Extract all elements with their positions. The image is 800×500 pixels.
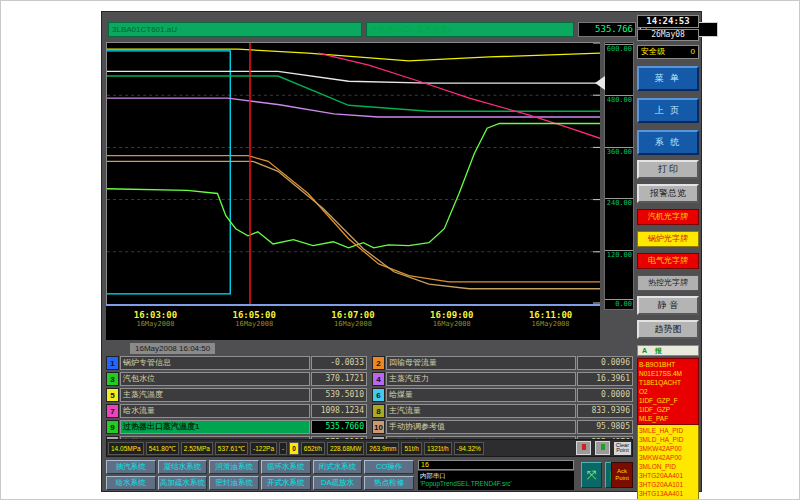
pen-value: 95.9805 [577, 420, 633, 434]
menu-button[interactable]: 抽汽系统 [106, 460, 156, 474]
command-output: 内部串口 'PopupTrendSEL.TREND4F.src' [418, 471, 574, 490]
annunciator-button[interactable]: 锅炉光字牌 [637, 231, 699, 247]
alarm-tag[interactable]: N01E17SS.4M [639, 369, 697, 378]
tick-time: 16:05:00 [205, 310, 304, 320]
annunciator-button[interactable]: 电气光字牌 [637, 253, 699, 269]
sidebar-button[interactable]: 菜 单 [637, 66, 699, 91]
y-tick-label: 600.00 [605, 44, 633, 54]
alarm-tag[interactable]: 3MKW42AP00 [639, 453, 697, 462]
alarm-tag[interactable]: 1IDF_GZP [639, 405, 697, 414]
pen-label: 主蒸汽温度 [120, 388, 310, 402]
tick-date: 16May2008 [402, 320, 501, 328]
pen-table-left-column: 1锅炉专管信息-0.00333汽包水位370.17215主蒸汽温度539.501… [106, 356, 367, 450]
menu-button[interactable]: 热点检修 [364, 476, 414, 490]
annunciator-button[interactable]: 热控光字牌 [637, 275, 699, 291]
point-tag-field[interactable]: 3LBA01CT601.aU [108, 22, 362, 37]
pen-value: -0.0033 [311, 356, 367, 370]
trend-series-white-pen [107, 71, 600, 83]
pen-row[interactable]: 9过热器出口蒸汽温度1535.7660 [106, 420, 367, 434]
alarm-tag[interactable]: 3MLE_HA_PID [639, 426, 697, 435]
status-value: 0 [289, 442, 299, 455]
menu-button[interactable]: 循环水系统 [261, 460, 311, 474]
command-input[interactable]: 16 [418, 460, 574, 470]
safety-level-indicator: 安全级 0 [637, 45, 699, 59]
status-value: -94.32% [454, 442, 484, 455]
sidebar-button[interactable]: 上 页 [637, 98, 699, 123]
alarm-tag[interactable]: B-B9O1BHT [639, 360, 697, 369]
y-tick-label: 480.00 [605, 95, 633, 105]
status-indicator-1[interactable] [576, 441, 591, 455]
sidebar-button[interactable]: 报警总览 [637, 184, 699, 203]
alarm-tag[interactable]: 1IDF_GZP_F [639, 396, 697, 405]
pen-row[interactable]: 6给煤量0.0000 [372, 388, 633, 402]
trend-series-cyan-pen [107, 51, 230, 294]
sidebar-nav: 菜 单上 页系 统打 印报警总览 [637, 59, 699, 203]
alarm-tag[interactable]: 3HTG20AA401 [639, 471, 697, 480]
menu-button[interactable]: 开式水系统 [261, 476, 311, 490]
annunciator-button[interactable]: 汽机光字牌 [637, 209, 699, 225]
sidebar-tool-button[interactable]: 静 音 [637, 296, 699, 315]
alarm-tag[interactable]: T18E1QACHT [639, 378, 697, 387]
sidebar-button[interactable]: 打 印 [637, 160, 699, 179]
time-tick: 16:11:0016May2008 [501, 306, 600, 340]
point-description-field[interactable]: 过热器出口C蒸汽温度1 [366, 22, 574, 37]
y-scale-strip: 600.00480.00360.00240.00120.000.00 [604, 42, 634, 310]
tick-date: 16May2008 [205, 320, 304, 328]
ack-point-label: Ack [612, 468, 632, 475]
pen-row[interactable]: 5主蒸汽温度539.5010 [106, 388, 367, 402]
trend-chart[interactable] [106, 42, 600, 304]
system-menu: 抽汽系统凝结水系统润滑油系统循环水系统闭式水系统CO操作给水系统高加疏水系统密封… [106, 460, 414, 490]
pen-label: 汽包水位 [120, 372, 310, 386]
y-tick-label: 360.00 [605, 147, 633, 157]
pen-row[interactable]: 7给水流量1098.1234 [106, 404, 367, 418]
status-value: 51t/h [401, 442, 421, 455]
status-value: 2.52MPa [181, 442, 213, 455]
alarm-tag[interactable]: 3MKW42AP00 [639, 444, 697, 453]
pen-row[interactable]: 10手动协调参考值95.9805 [372, 420, 633, 434]
sidebar-tools: 静 音趋势图 [637, 291, 699, 339]
sidebar-tool-button[interactable]: 趋势图 [637, 320, 699, 339]
alarm-tag[interactable]: O2 [639, 387, 697, 396]
alarm-tag[interactable]: 3HTG20AA101 [639, 480, 697, 489]
menu-button[interactable]: 凝结水系统 [158, 460, 208, 474]
alarm-tag[interactable]: 3MLON_PID [639, 462, 697, 471]
trend-series-tan-pen [107, 161, 600, 288]
trend-series-orange-pen [107, 156, 600, 282]
menu-button[interactable]: 高加疏水系统 [158, 476, 208, 490]
clock-time: 14:24:53 [637, 15, 699, 28]
tick-time: 16:09:00 [402, 310, 501, 320]
menu-button[interactable]: 闭式水系统 [313, 460, 363, 474]
pen-row[interactable]: 1锅炉专管信息-0.0033 [106, 356, 367, 370]
tick-time: 16:11:00 [501, 310, 600, 320]
point-browser-icon[interactable]: ⤧ [581, 462, 602, 488]
status-value: 263.9mm [366, 442, 399, 455]
pen-label: 回输母管流量 [386, 356, 576, 370]
alarm-tag[interactable]: 3HTG13AA401 [639, 489, 697, 498]
menu-button[interactable]: 密封油系统 [209, 476, 259, 490]
clear-point-button[interactable]: ClearPoint [614, 442, 631, 455]
pen-row[interactable]: 8主汽流量833.9396 [372, 404, 633, 418]
clock-date: 26May08 [637, 29, 699, 41]
sidebar-button[interactable]: 系 统 [637, 130, 699, 155]
menu-button[interactable]: 给水系统 [106, 476, 156, 490]
menu-button[interactable]: DA疏放水 [313, 476, 363, 490]
status-value: -122Pa [250, 442, 277, 455]
pen-value: 539.5010 [311, 388, 367, 402]
pen-row[interactable]: 2回输母管流量0.0096 [372, 356, 633, 370]
menu-button[interactable]: CO操作 [364, 460, 414, 474]
tick-date: 16May2008 [304, 320, 403, 328]
pen-row[interactable]: 4主蒸汽压力16.3961 [372, 372, 633, 386]
menu-button[interactable]: 润滑油系统 [209, 460, 259, 474]
pen-row[interactable]: 3汽包水位370.1721 [106, 372, 367, 386]
ack-strip-label: A [642, 346, 647, 355]
pen-label: 过热器出口蒸汽温度1 [120, 420, 310, 434]
alarm-tag[interactable]: 3MLD_HA_PID [639, 435, 697, 444]
command-output-line2: 'PopupTrendSEL.TREND4F.src' [420, 480, 572, 488]
ack-point-button[interactable]: AckPoint [611, 462, 633, 488]
pen-value: 1098.1234 [311, 404, 367, 418]
status-indicator-2[interactable] [595, 441, 610, 455]
alarm-tag[interactable]: MLE_PAF [639, 414, 697, 423]
scale-slider-handle[interactable] [595, 76, 605, 90]
pen-table-right-column: 2回输母管流量0.00964主蒸汽压力16.39616给煤量0.00008主汽流… [372, 356, 633, 450]
pen-label: 主汽流量 [386, 404, 576, 418]
